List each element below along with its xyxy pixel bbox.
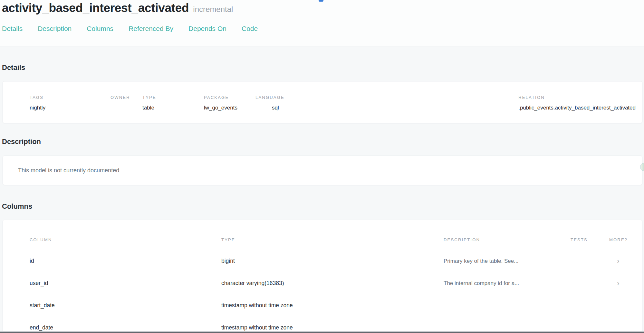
section-nav-link[interactable]: Referenced By [129, 25, 173, 33]
details-field-value: lw_go_events [204, 105, 255, 111]
details-field-label: PACKAGE [204, 95, 255, 100]
chevron-right-icon[interactable]: › [617, 258, 628, 265]
column-header-column: COLUMN [30, 237, 221, 242]
columns-table-header-row: COLUMN TYPE DESCRIPTION TESTS MORE? [30, 237, 636, 242]
details-field-value: table [142, 105, 204, 111]
model-title: activity_based_interest_activated [2, 1, 189, 15]
details-field: LANGUAGE sql [255, 95, 518, 123]
table-row[interactable]: start_date timestamp without time zone [30, 294, 636, 317]
description-text: This model is not currently documented [18, 167, 119, 174]
column-header-tests: TESTS [571, 237, 609, 242]
details-field-label: OWNER [111, 95, 142, 100]
column-header-type: TYPE [221, 237, 444, 242]
column-type-cell: timestamp without time zone [221, 324, 444, 331]
column-description-cell: Primary key of the table. See... [444, 258, 571, 264]
description-card: This model is not currently documented [3, 156, 642, 185]
column-name-cell: user_id [30, 280, 221, 287]
column-type-cell: timestamp without time zone [221, 302, 444, 309]
table-row[interactable]: user_id character varying(16383) The int… [30, 272, 636, 294]
columns-table-body: id bigint Primary key of the table. See.… [30, 250, 636, 333]
model-title-row: activity_based_interest_activated increm… [2, 1, 644, 15]
column-name-cell: end_date [30, 324, 221, 331]
details-field: TAGS nightly [30, 95, 111, 123]
column-name-cell: id [30, 258, 221, 264]
columns-table-card: COLUMN TYPE DESCRIPTION TESTS MORE? id b… [3, 220, 642, 333]
clipped-bottom-strip [0, 331, 644, 333]
section-nav-link[interactable]: Details [2, 25, 23, 33]
column-type-cell: bigint [221, 258, 444, 264]
details-field: TYPE table [142, 95, 204, 123]
details-field-value: sql [255, 105, 518, 111]
details-field: OWNER [111, 95, 142, 123]
details-field: PACKAGE lw_go_events [204, 95, 255, 123]
column-name-cell: start_date [30, 302, 221, 309]
model-materialization-badge: incremental [193, 5, 233, 14]
details-field-label: LANGUAGE [255, 95, 518, 100]
clipped-top-element [319, 0, 323, 2]
page-header: activity_based_interest_activated increm… [0, 0, 644, 46]
description-section-heading: Description [2, 138, 644, 146]
section-nav-link[interactable]: Description [38, 25, 72, 33]
table-row[interactable]: id bigint Primary key of the table. See.… [30, 250, 636, 272]
details-card: TAGS nightly OWNER TYPE table PACKAGE lw… [3, 81, 642, 123]
chevron-right-icon[interactable]: › [617, 280, 628, 287]
column-type-cell: character varying(16383) [221, 280, 444, 287]
details-field-value: .public_events.activity_based_interest_a… [518, 105, 636, 111]
table-row[interactable]: end_date timestamp without time zone [30, 317, 636, 333]
details-field-label: TYPE [142, 95, 204, 100]
column-header-description: DESCRIPTION [444, 237, 571, 242]
details-field-value: nightly [30, 105, 111, 111]
section-nav-link[interactable]: Columns [87, 25, 113, 33]
column-description-cell: The internal company id for a... [444, 280, 571, 287]
details-section-heading: Details [2, 63, 644, 72]
column-header-more: MORE? [609, 237, 636, 242]
section-nav-link[interactable]: Depends On [188, 25, 226, 33]
details-field-label: RELATION [518, 95, 636, 100]
details-field: RELATION .public_events.activity_based_i… [518, 95, 636, 123]
details-field-label: TAGS [30, 95, 111, 100]
section-nav: Details Description Columns Referenced B… [2, 25, 644, 33]
page-content: Details TAGS nightly OWNER TYPE table PA… [0, 63, 644, 333]
columns-section-heading: Columns [2, 202, 644, 211]
section-nav-link[interactable]: Code [242, 25, 258, 33]
